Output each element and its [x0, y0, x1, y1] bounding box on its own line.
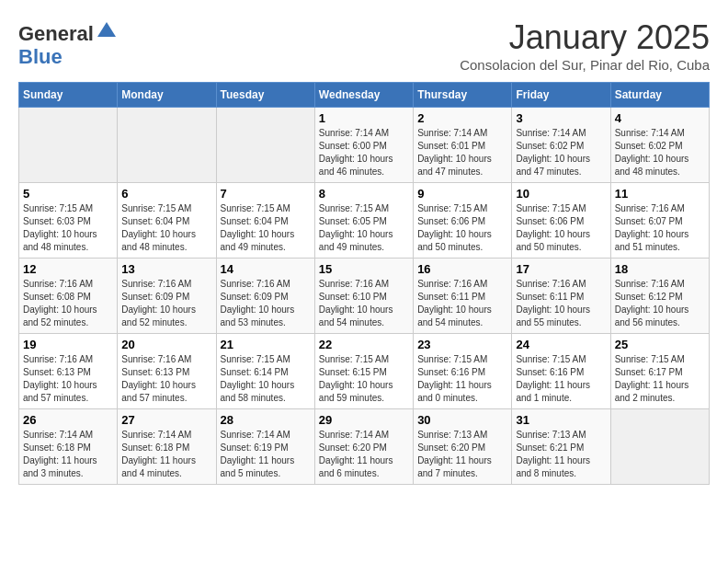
calendar-cell: 17Sunrise: 7:16 AM Sunset: 6:11 PM Dayli…: [512, 259, 610, 334]
page-header: General Blue January 2025 Consolacion de…: [18, 18, 710, 73]
calendar-cell: 11Sunrise: 7:16 AM Sunset: 6:07 PM Dayli…: [610, 183, 709, 259]
day-number: 16: [417, 262, 507, 276]
day-number: 29: [319, 413, 409, 427]
day-number: 6: [121, 187, 211, 201]
day-info: Sunrise: 7:16 AM Sunset: 6:10 PM Dayligh…: [319, 278, 409, 329]
calendar-cell: 19Sunrise: 7:16 AM Sunset: 6:13 PM Dayli…: [19, 334, 118, 409]
day-number: 13: [121, 262, 211, 276]
day-number: 3: [516, 111, 606, 125]
day-number: 8: [319, 187, 409, 201]
day-info: Sunrise: 7:15 AM Sunset: 6:06 PM Dayligh…: [516, 202, 606, 254]
logo-text: General: [18, 18, 118, 45]
calendar-cell: 8Sunrise: 7:15 AM Sunset: 6:05 PM Daylig…: [314, 183, 413, 259]
calendar-cell: [216, 108, 314, 183]
day-info: Sunrise: 7:14 AM Sunset: 6:00 PM Dayligh…: [319, 127, 409, 178]
day-number: 25: [615, 338, 705, 351]
day-number: 14: [221, 262, 311, 276]
day-info: Sunrise: 7:14 AM Sunset: 6:18 PM Dayligh…: [23, 429, 113, 480]
svg-marker-0: [97, 22, 116, 37]
day-header-monday: Monday: [118, 83, 216, 108]
day-header-friday: Friday: [512, 83, 610, 108]
calendar-table: SundayMondayTuesdayWednesdayThursdayFrid…: [18, 82, 710, 485]
day-info: Sunrise: 7:14 AM Sunset: 6:19 PM Dayligh…: [221, 429, 311, 480]
calendar-cell: 30Sunrise: 7:13 AM Sunset: 6:20 PM Dayli…: [414, 409, 512, 485]
day-header-tuesday: Tuesday: [216, 83, 314, 108]
day-info: Sunrise: 7:15 AM Sunset: 6:06 PM Dayligh…: [417, 202, 507, 254]
day-info: Sunrise: 7:14 AM Sunset: 6:01 PM Dayligh…: [417, 127, 507, 178]
calendar-cell: 18Sunrise: 7:16 AM Sunset: 6:12 PM Dayli…: [610, 259, 709, 334]
day-header-wednesday: Wednesday: [314, 83, 413, 108]
day-number: 26: [23, 413, 113, 427]
day-info: Sunrise: 7:16 AM Sunset: 6:12 PM Dayligh…: [615, 278, 705, 329]
calendar-cell: 5Sunrise: 7:15 AM Sunset: 6:03 PM Daylig…: [19, 183, 118, 259]
day-number: 27: [121, 413, 211, 427]
calendar-cell: 28Sunrise: 7:14 AM Sunset: 6:19 PM Dayli…: [216, 409, 314, 485]
day-info: Sunrise: 7:14 AM Sunset: 6:18 PM Dayligh…: [121, 429, 211, 480]
day-number: 22: [319, 338, 409, 351]
calendar-cell: [118, 108, 216, 183]
week-row: 26Sunrise: 7:14 AM Sunset: 6:18 PM Dayli…: [19, 409, 710, 485]
calendar-cell: 25Sunrise: 7:15 AM Sunset: 6:17 PM Dayli…: [610, 334, 709, 409]
day-info: Sunrise: 7:16 AM Sunset: 6:11 PM Dayligh…: [516, 278, 606, 329]
week-row: 19Sunrise: 7:16 AM Sunset: 6:13 PM Dayli…: [19, 334, 710, 409]
day-number: 4: [615, 111, 705, 125]
calendar-cell: 27Sunrise: 7:14 AM Sunset: 6:18 PM Dayli…: [118, 409, 216, 485]
calendar-cell: 29Sunrise: 7:14 AM Sunset: 6:20 PM Dayli…: [314, 409, 413, 485]
day-number: 15: [319, 262, 409, 276]
day-number: 20: [121, 338, 211, 351]
day-info: Sunrise: 7:16 AM Sunset: 6:07 PM Dayligh…: [615, 202, 705, 254]
logo-general: General: [18, 22, 94, 45]
day-info: Sunrise: 7:16 AM Sunset: 6:11 PM Dayligh…: [417, 278, 507, 329]
calendar-cell: 14Sunrise: 7:16 AM Sunset: 6:09 PM Dayli…: [216, 259, 314, 334]
day-number: 31: [516, 413, 606, 427]
calendar-cell: [19, 108, 118, 183]
day-number: 12: [23, 262, 113, 276]
calendar-cell: 24Sunrise: 7:15 AM Sunset: 6:16 PM Dayli…: [512, 334, 610, 409]
day-info: Sunrise: 7:16 AM Sunset: 6:13 PM Dayligh…: [121, 353, 211, 405]
day-number: 2: [417, 111, 507, 125]
day-info: Sunrise: 7:15 AM Sunset: 6:04 PM Dayligh…: [121, 202, 211, 254]
day-number: 5: [23, 187, 113, 201]
calendar-cell: 4Sunrise: 7:14 AM Sunset: 6:02 PM Daylig…: [610, 108, 709, 183]
day-info: Sunrise: 7:15 AM Sunset: 6:16 PM Dayligh…: [516, 353, 606, 405]
calendar-cell: 9Sunrise: 7:15 AM Sunset: 6:06 PM Daylig…: [414, 183, 512, 259]
title-block: January 2025 Consolacion del Sur, Pinar …: [460, 18, 710, 73]
day-info: Sunrise: 7:16 AM Sunset: 6:09 PM Dayligh…: [221, 278, 311, 329]
day-number: 1: [319, 111, 409, 125]
calendar-cell: 13Sunrise: 7:16 AM Sunset: 6:09 PM Dayli…: [118, 259, 216, 334]
calendar-cell: 3Sunrise: 7:14 AM Sunset: 6:02 PM Daylig…: [512, 108, 610, 183]
day-info: Sunrise: 7:15 AM Sunset: 6:14 PM Dayligh…: [221, 353, 311, 405]
day-number: 28: [221, 413, 311, 427]
calendar-cell: 22Sunrise: 7:15 AM Sunset: 6:15 PM Dayli…: [314, 334, 413, 409]
month-title: January 2025: [460, 18, 710, 57]
day-header-thursday: Thursday: [414, 83, 512, 108]
calendar-cell: 6Sunrise: 7:15 AM Sunset: 6:04 PM Daylig…: [118, 183, 216, 259]
day-info: Sunrise: 7:15 AM Sunset: 6:17 PM Dayligh…: [615, 353, 705, 405]
calendar-cell: 26Sunrise: 7:14 AM Sunset: 6:18 PM Dayli…: [19, 409, 118, 485]
calendar-cell: 21Sunrise: 7:15 AM Sunset: 6:14 PM Dayli…: [216, 334, 314, 409]
calendar-cell: 20Sunrise: 7:16 AM Sunset: 6:13 PM Dayli…: [118, 334, 216, 409]
calendar-cell: 2Sunrise: 7:14 AM Sunset: 6:01 PM Daylig…: [414, 108, 512, 183]
subtitle: Consolacion del Sur, Pinar del Rio, Cuba: [460, 57, 710, 73]
day-info: Sunrise: 7:15 AM Sunset: 6:16 PM Dayligh…: [417, 353, 507, 405]
day-number: 23: [417, 338, 507, 351]
day-info: Sunrise: 7:14 AM Sunset: 6:02 PM Dayligh…: [516, 127, 606, 178]
logo: General Blue: [18, 18, 118, 69]
calendar-cell: [610, 409, 709, 485]
day-number: 17: [516, 262, 606, 276]
day-info: Sunrise: 7:16 AM Sunset: 6:08 PM Dayligh…: [23, 278, 113, 329]
day-header-sunday: Sunday: [19, 83, 118, 108]
calendar-cell: 10Sunrise: 7:15 AM Sunset: 6:06 PM Dayli…: [512, 183, 610, 259]
logo-blue: Blue: [18, 45, 63, 69]
week-row: 1Sunrise: 7:14 AM Sunset: 6:00 PM Daylig…: [19, 108, 710, 183]
day-info: Sunrise: 7:16 AM Sunset: 6:09 PM Dayligh…: [121, 278, 211, 329]
day-info: Sunrise: 7:16 AM Sunset: 6:13 PM Dayligh…: [23, 353, 113, 405]
day-number: 19: [23, 338, 113, 351]
day-info: Sunrise: 7:15 AM Sunset: 6:05 PM Dayligh…: [319, 202, 409, 254]
day-info: Sunrise: 7:15 AM Sunset: 6:04 PM Dayligh…: [221, 202, 311, 254]
calendar-cell: 15Sunrise: 7:16 AM Sunset: 6:10 PM Dayli…: [314, 259, 413, 334]
day-number: 9: [417, 187, 507, 201]
days-header-row: SundayMondayTuesdayWednesdayThursdayFrid…: [19, 83, 710, 108]
calendar-cell: 16Sunrise: 7:16 AM Sunset: 6:11 PM Dayli…: [414, 259, 512, 334]
week-row: 5Sunrise: 7:15 AM Sunset: 6:03 PM Daylig…: [19, 183, 710, 259]
